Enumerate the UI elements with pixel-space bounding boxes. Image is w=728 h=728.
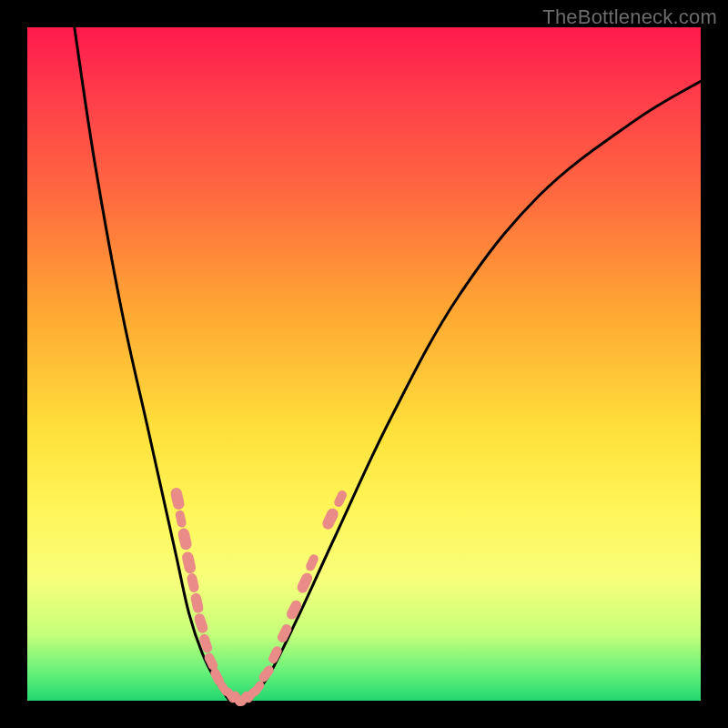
data-marker — [175, 510, 187, 529]
series-right-branch — [249, 81, 701, 701]
data-marker — [186, 572, 199, 593]
data-marker — [333, 489, 349, 508]
data-marker — [305, 553, 320, 572]
plot-area — [27, 27, 701, 701]
curve-layer — [75, 27, 701, 701]
marker-layer — [169, 487, 348, 708]
data-marker — [177, 527, 192, 551]
data-marker — [190, 592, 205, 614]
chart-svg — [27, 27, 701, 701]
data-marker — [320, 507, 340, 531]
outer-frame: TheBottleneck.com — [0, 0, 728, 728]
data-marker — [181, 551, 197, 574]
series-left-branch — [75, 27, 229, 701]
data-marker — [169, 487, 185, 511]
watermark-text: TheBottleneck.com — [542, 5, 717, 29]
